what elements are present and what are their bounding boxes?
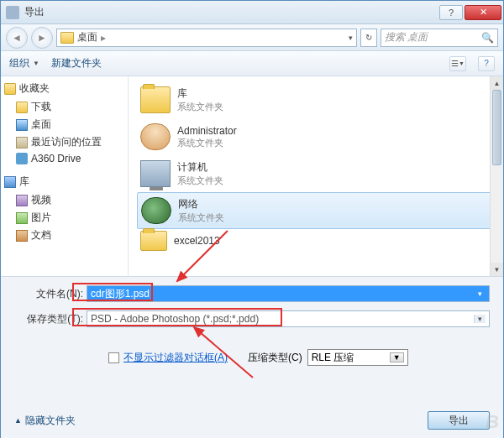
close-button[interactable]: ✕ [465,5,501,20]
new-folder-button[interactable]: 新建文件夹 [51,56,102,70]
chevron-down-icon[interactable]: ▾ [475,289,486,298]
cloud-icon [16,153,28,164]
library-icon [4,176,16,188]
file-list[interactable]: 库系统文件夹 Administrator系统文件夹 计算机系统文件夹 网络系统文… [129,76,503,276]
sidebar-item-recent[interactable]: 最近访问的位置 [4,133,124,151]
compress-label: 压缩类型(C) [248,351,302,365]
sidebar-item-a360[interactable]: A360 Drive [4,151,124,166]
video-icon [16,195,28,206]
nav-forward-button[interactable]: ► [31,27,53,49]
hide-folders-button[interactable]: ▲ 隐藏文件夹 [14,414,76,428]
folder-icon [16,102,28,113]
filename-input[interactable]: cdr图形1.psd ▾ [87,285,490,302]
filter-checkbox-label[interactable]: 不显示过滤器对话框(A) [123,351,228,365]
list-item[interactable]: excel2013 [137,229,495,253]
search-placeholder: 搜索 桌面 [385,30,428,44]
export-button[interactable]: 导出 [428,411,490,430]
image-icon [16,212,28,224]
navbar: ◄ ► 桌面 ▸ ▾ ↻ 搜索 桌面 🔍 [1,24,503,51]
scrollbar[interactable]: ▲ ▼ [490,76,503,276]
breadcrumb-sep: ▸ [101,32,106,44]
form-panel: 文件名(N): cdr图形1.psd ▾ 保存类型(T): PSD - Adob… [1,276,503,438]
titlebar: 导出 ? ✕ [1,1,503,24]
address-dropdown-icon[interactable]: ▾ [349,34,353,42]
search-icon: 🔍 [481,32,494,44]
watermark: B [486,411,499,433]
toolbar: 组织 ▼ 新建文件夹 ☰ ▼ ? [1,51,503,76]
app-icon [6,6,19,19]
filetype-label: 保存类型(T): [14,312,83,326]
view-button[interactable]: ☰ ▼ [449,56,466,71]
list-item[interactable]: 库系统文件夹 [137,81,495,118]
filter-checkbox[interactable] [108,352,119,363]
desktop-icon [16,119,28,131]
recent-icon [16,137,28,149]
scroll-down-icon[interactable]: ▼ [491,263,503,276]
list-item-selected[interactable]: 网络系统文件夹 [137,192,495,229]
refresh-button[interactable]: ↻ [360,29,377,47]
folder-icon [60,32,74,44]
network-icon [141,197,171,224]
sidebar-item-images[interactable]: 图片 [4,209,124,227]
chevron-down-icon[interactable]: ▾ [474,315,486,323]
sidebar-item-docs[interactable]: 文档 [4,227,124,244]
document-icon [16,230,28,242]
sidebar-favorites[interactable]: 收藏夹 [4,81,124,96]
window-title: 导出 [24,5,439,19]
compress-select[interactable]: RLE 压缩 ▼ [307,349,408,366]
nav-back-button[interactable]: ◄ [6,27,28,49]
user-icon [140,123,171,150]
chevron-down-icon[interactable]: ▼ [390,352,404,362]
list-item[interactable]: 计算机系统文件夹 [137,155,495,192]
organize-button[interactable]: 组织 ▼ [9,56,39,70]
search-input[interactable]: 搜索 桌面 🔍 [381,29,498,47]
help-button[interactable]: ? [439,5,463,20]
sidebar: 收藏夹 下载 桌面 最近访问的位置 A360 Drive 库 视频 图片 文档 [1,76,129,276]
computer-icon [140,160,171,187]
sidebar-item-videos[interactable]: 视频 [4,191,124,209]
address-bar[interactable]: 桌面 ▸ ▾ [56,29,357,47]
breadcrumb[interactable]: 桌面 [77,30,97,44]
filename-label: 文件名(N): [14,287,83,301]
help-toolbar-button[interactable]: ? [478,56,495,71]
chevron-up-icon: ▲ [14,416,22,425]
sidebar-item-desktop[interactable]: 桌面 [4,116,124,133]
star-icon [4,83,16,95]
chevron-down-icon: ▼ [33,60,39,67]
scroll-thumb[interactable] [492,90,501,165]
sidebar-libraries[interactable]: 库 [4,175,124,189]
filetype-select[interactable]: PSD - Adobe Photoshop (*.psd;*.pdd) ▾ [87,310,490,327]
folder-icon [140,231,167,251]
scroll-up-icon[interactable]: ▲ [491,76,503,90]
list-item[interactable]: Administrator系统文件夹 [137,118,495,155]
library-icon [140,86,171,113]
sidebar-item-downloads[interactable]: 下载 [4,98,124,116]
